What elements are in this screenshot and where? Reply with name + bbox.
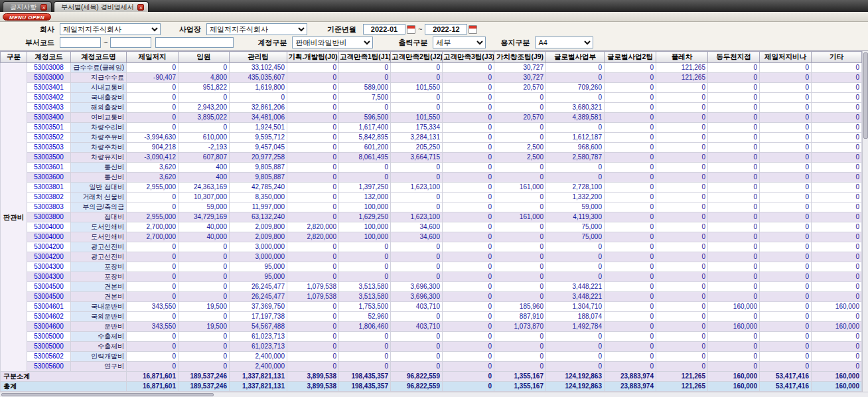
column-header[interactable]: 제일저지: [127, 52, 179, 63]
table-row[interactable]: 53005600연구비002,400,00000000000000: [1, 362, 862, 372]
table-row[interactable]: 53005000수출제비0061,023,71300000000000: [1, 332, 862, 342]
amount-cell: 2,580,787: [546, 153, 605, 163]
table-row[interactable]: 53003402국내출장비00007,500000000000: [1, 93, 862, 103]
tab-expense-report[interactable]: 부서별(세목) 경비명세서 ×: [54, 1, 149, 12]
column-header[interactable]: 고객만족3팀(J3): [443, 52, 494, 63]
table-row[interactable]: 53004600운반비343,55019,50054,567,48801,806…: [1, 322, 862, 332]
table-row[interactable]: 판관비53003008급수수료(클레임)0033,102,450000030,7…: [1, 63, 862, 73]
table-row[interactable]: 53004500견본비0026,245,4771,079,5383,513,58…: [1, 282, 862, 292]
period-to-input[interactable]: [425, 24, 467, 35]
amount-cell: 0: [546, 123, 605, 133]
table-row[interactable]: 53003503차량주차비904,218-2,1939,457,0450601,…: [1, 143, 862, 153]
amount-cell: 9,595,712: [230, 133, 287, 143]
table-row[interactable]: 53003000지급수수료-90,4074,800435,035,6070000…: [1, 73, 862, 83]
column-header[interactable]: 고객만족2팀(J2): [391, 52, 443, 63]
period-from-input[interactable]: [363, 24, 405, 35]
column-header[interactable]: 구분: [1, 52, 27, 63]
table-row[interactable]: 53003400여비교통비03,895,02234,481,0060596,50…: [1, 113, 862, 123]
column-header[interactable]: 기획.개발팀(J0): [287, 52, 339, 63]
table-row[interactable]: 53003501차량수리비001,924,50101,617,400175,33…: [1, 123, 862, 133]
amount-cell: 1,079,538: [287, 282, 339, 292]
table-row[interactable]: 53003403해외출장비02,943,20032,861,206000003,…: [1, 103, 862, 113]
table-row[interactable]: 53003803부의금/축의금059,00011,997,0000100,000…: [1, 202, 862, 212]
amount-cell: 0: [127, 193, 179, 202]
tab-close-icon[interactable]: ×: [137, 4, 144, 11]
calendar-icon[interactable]: [407, 25, 415, 34]
amount-cell: 1,492,784: [546, 322, 605, 332]
amount-cell: 1,629,250: [339, 212, 391, 222]
amount-cell: 0: [287, 133, 339, 143]
paper-type-select[interactable]: A4: [535, 37, 593, 48]
column-header[interactable]: 가치창조팀(J9): [494, 52, 546, 63]
table-row[interactable]: 53003401시내교통비0951,8221,619,8000589,00010…: [1, 83, 862, 93]
tab-label: 부서별(세목) 경비명세서: [61, 3, 133, 12]
column-header[interactable]: 기타: [812, 52, 862, 63]
table-row[interactable]: 53004000도서인쇄비2,700,00040,0002,009,8002,8…: [1, 232, 862, 242]
menu-open-button[interactable]: MENU OPEN: [3, 13, 51, 21]
amount-cell: 4,119,300: [546, 212, 605, 222]
table-row[interactable]: 53004000도서인쇄비2,700,00040,0002,009,8002,8…: [1, 222, 862, 232]
output-type-select[interactable]: 세부: [433, 37, 486, 48]
amount-cell: 0: [605, 222, 656, 232]
table-row[interactable]: 53004300포장비0095,00000000000000: [1, 262, 862, 272]
column-header[interactable]: 임원: [179, 52, 230, 63]
column-header[interactable]: 글로벌사업2팀: [605, 52, 656, 63]
column-header[interactable]: 관리팀: [230, 52, 287, 63]
table-row[interactable]: 53004300포장비0095,00000000000000: [1, 272, 862, 282]
table-row[interactable]: 53003502차량주유비-3,994,630610,0009,595,7120…: [1, 133, 862, 143]
workplace-select[interactable]: 제일저지주식회사: [206, 23, 307, 35]
amount-cell: 40,000: [179, 222, 230, 232]
table-row[interactable]: 53004200광고선전비003,000,00000000000000: [1, 252, 862, 262]
table-row[interactable]: 53003802거래처 선물비010,307,0008,350,0000132,…: [1, 193, 862, 202]
dept-name-field[interactable]: [155, 37, 234, 48]
column-header[interactable]: 계정코드: [27, 52, 71, 63]
tab-notice[interactable]: 공지사항 ×: [3, 1, 52, 12]
table-row[interactable]: 53003800접대비2,955,00034,729,16963,132,240…: [1, 212, 862, 222]
amount-cell: 0: [812, 342, 862, 352]
dept-code-to-input[interactable]: [110, 37, 151, 48]
amount-cell: 0: [546, 272, 605, 282]
amount-cell: 0: [391, 272, 443, 282]
account-name-cell: 차량유지비: [71, 153, 127, 163]
amount-cell: 0: [287, 103, 339, 113]
company-select[interactable]: 제일저지주식회사: [60, 23, 161, 35]
amount-cell: 0: [287, 322, 339, 332]
amount-cell: 0: [443, 183, 494, 193]
vertical-scrollbar-thumb[interactable]: [863, 52, 868, 139]
amount-cell: 0: [287, 312, 339, 322]
vertical-scrollbar[interactable]: [862, 51, 868, 392]
account-code-cell: 53003501: [27, 123, 71, 133]
table-row[interactable]: 53003600통신비3,6204009,805,88700000000000: [1, 173, 862, 183]
footer-amount-cell: 0: [443, 372, 494, 382]
dept-code-from-input[interactable]: [60, 37, 101, 48]
column-header[interactable]: 제일저지비나: [760, 52, 812, 63]
account-name-cell: 부의금/축의금: [71, 202, 127, 212]
table-row[interactable]: 53004200광고선전비003,000,00000000000000: [1, 242, 862, 252]
column-header[interactable]: 동두천지점: [708, 52, 760, 63]
column-header[interactable]: 플레차: [656, 52, 708, 63]
table-row[interactable]: 53003801일반 접대비2,955,00024,363,16942,785,…: [1, 183, 862, 193]
table-row[interactable]: 53005602인력개발비002,400,00000000000000: [1, 352, 862, 362]
table-row[interactable]: 53003601통신비3,6204009,805,88700000000000: [1, 163, 862, 173]
horizontal-scrollbar-thumb[interactable]: [1, 393, 214, 396]
table-row[interactable]: 53004601국내운반비343,55019,50037,369,75001,7…: [1, 302, 862, 312]
amount-cell: 1,753,500: [339, 302, 391, 312]
amount-cell: 0: [546, 332, 605, 342]
column-header[interactable]: 글로벌사업부: [546, 52, 605, 63]
table-row[interactable]: 53004602국외운반비0017,197,738052,96000887,91…: [1, 312, 862, 322]
amount-cell: -3,994,630: [127, 133, 179, 143]
column-header[interactable]: 계정코드명: [71, 52, 127, 63]
amount-cell: 0: [287, 252, 339, 262]
calendar-icon[interactable]: [469, 25, 477, 34]
column-header[interactable]: 고객만족1팀(J1): [339, 52, 391, 63]
account-code-cell: 53004200: [27, 242, 71, 252]
tab-close-icon[interactable]: ×: [40, 4, 47, 11]
table-row[interactable]: 53004500견본비0026,245,4771,079,5383,513,58…: [1, 292, 862, 302]
horizontal-scrollbar[interactable]: [0, 392, 868, 397]
account-group-select[interactable]: 판매비와일반비: [292, 37, 373, 48]
account-code-cell: 53003500: [27, 153, 71, 163]
table-row[interactable]: 53003500차량유지비-3,090,412607,80720,977,258…: [1, 153, 862, 163]
account-name-cell: 운반비: [71, 322, 127, 332]
amount-cell: 0: [708, 232, 760, 242]
table-row[interactable]: 53005000수출제비0061,023,71300000000000: [1, 342, 862, 352]
